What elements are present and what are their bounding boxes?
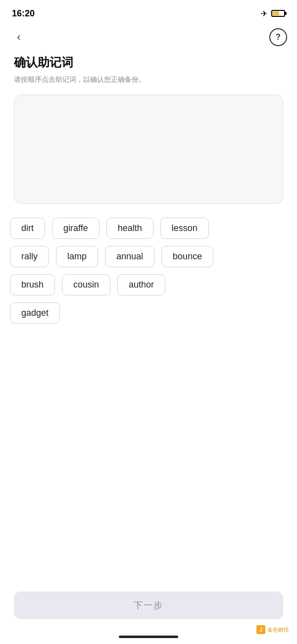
word-chip-gadget[interactable]: gadget	[10, 302, 60, 324]
battery-fill	[273, 11, 279, 15]
word-chip-lesson[interactable]: lesson	[160, 218, 209, 239]
words-section: dirt giraffe health lesson rally lamp an…	[0, 218, 297, 324]
word-chip-lamp[interactable]: lamp	[56, 246, 98, 267]
word-chip-author[interactable]: author	[117, 274, 165, 295]
page-content: 确认助记词 请按顺序点击助记词，以确认您正确备份。	[0, 50, 297, 204]
page-subtitle: 请按顺序点击助记词，以确认您正确备份。	[14, 74, 283, 85]
battery-icon	[271, 10, 285, 17]
nav-bar: ‹ ?	[0, 25, 297, 50]
word-chip-annual[interactable]: annual	[105, 246, 154, 267]
word-chip-health[interactable]: health	[106, 218, 153, 239]
page-title: 确认助记词	[14, 55, 283, 70]
word-chip-brush[interactable]: brush	[10, 274, 55, 295]
phrase-box	[14, 95, 283, 204]
words-row-2: rally lamp annual bounce	[10, 246, 287, 267]
word-chip-bounce[interactable]: bounce	[161, 246, 213, 267]
words-row-4: gadget	[10, 302, 287, 324]
home-indicator	[119, 636, 178, 638]
next-button[interactable]: 下一步	[14, 591, 283, 619]
word-chip-dirt[interactable]: dirt	[10, 218, 45, 239]
word-chip-cousin[interactable]: cousin	[62, 274, 110, 295]
back-button[interactable]: ‹	[10, 28, 28, 46]
status-bar: 16:20 ✈	[0, 0, 297, 25]
word-chip-giraffe[interactable]: giraffe	[52, 218, 99, 239]
words-row-1: dirt giraffe health lesson	[10, 218, 287, 239]
airplane-icon: ✈	[261, 9, 267, 18]
help-button[interactable]: ?	[269, 28, 287, 46]
words-row-3: brush cousin author	[10, 274, 287, 295]
status-time: 16:20	[12, 8, 35, 19]
watermark: J 金色财经	[256, 625, 289, 634]
word-chip-rally[interactable]: rally	[10, 246, 49, 267]
status-icons: ✈	[261, 9, 285, 18]
watermark-text: 金色财经	[267, 626, 289, 634]
watermark-icon: J	[256, 625, 265, 634]
